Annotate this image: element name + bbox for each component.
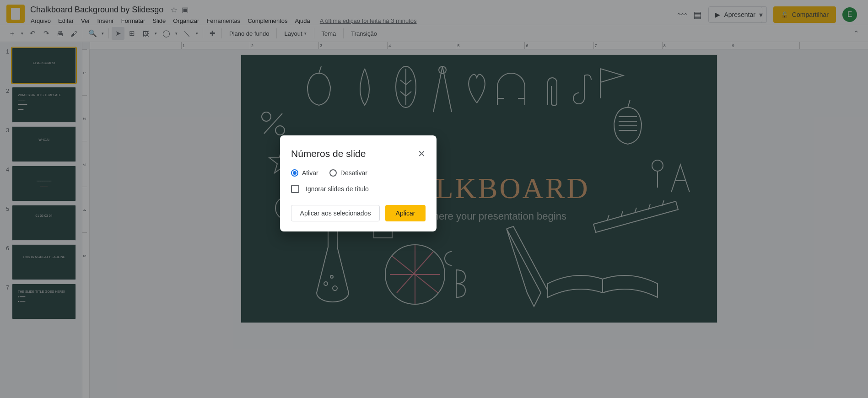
skip-title-checkbox-row[interactable]: Ignorar slides de título <box>291 185 426 193</box>
radio-on-option[interactable]: Ativar <box>291 169 318 177</box>
skip-title-label: Ignorar slides de título <box>306 185 369 193</box>
checkbox-icon <box>291 185 299 193</box>
radio-off-label: Desativar <box>340 169 367 177</box>
radio-off-icon <box>329 169 337 177</box>
radio-on-label: Ativar <box>302 169 318 177</box>
apply-selected-button[interactable]: Aplicar aos selecionados <box>291 205 380 221</box>
radio-off-option[interactable]: Desativar <box>329 169 367 177</box>
slide-numbers-dialog: Números de slide ✕ Ativar Desativar Igno… <box>280 135 437 231</box>
close-icon[interactable]: ✕ <box>418 148 426 159</box>
apply-button[interactable]: Aplicar <box>385 205 426 221</box>
dialog-title: Números de slide <box>291 148 366 159</box>
radio-on-icon <box>291 169 298 177</box>
